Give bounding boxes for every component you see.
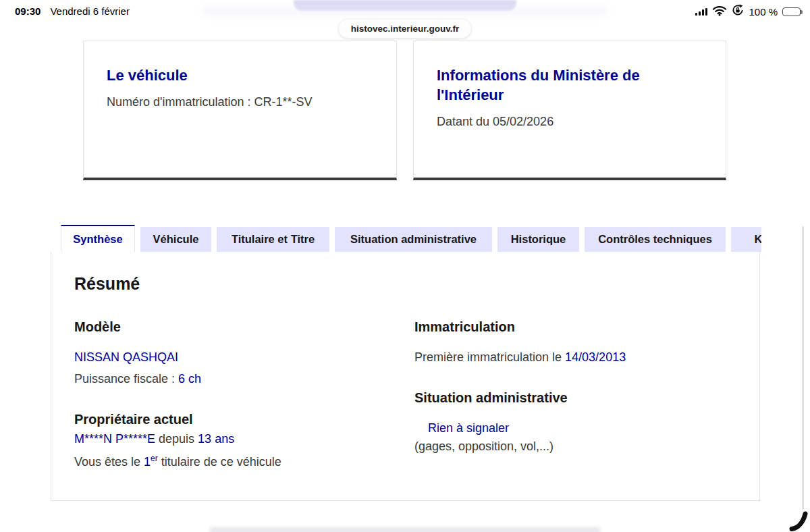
summary-right-column: Immatriculation Première immatriculation…	[414, 318, 732, 454]
owner-name: M****N P*****E	[74, 432, 155, 446]
wifi-icon	[712, 5, 727, 19]
synthese-panel: Résumé Modèle NISSAN QASHQAI Puissance f…	[51, 252, 760, 501]
vehicle-card-registration: Numéro d'immatriculation : CR-1**-SV	[107, 94, 373, 110]
vehicle-card: Le véhicule Numéro d'immatriculation : C…	[83, 41, 397, 180]
fiscal-power-line: Puissance fiscale : 6 ch	[74, 371, 392, 386]
first-registration-date: 14/03/2013	[565, 350, 626, 364]
orientation-lock-icon	[732, 4, 744, 19]
tab-situation-administrative[interactable]: Situation administrative	[335, 227, 492, 252]
vehicle-card-title: Le véhicule	[107, 65, 373, 85]
model-heading: Modèle	[74, 318, 392, 336]
summary-left-column: Modèle NISSAN QASHQAI Puissance fiscale …	[74, 318, 392, 469]
tab-strip: Synthèse Véhicule Titulaire et Titre Sit…	[51, 225, 761, 252]
ministry-card-date: Datant du 05/02/2026	[437, 113, 703, 130]
first-registration-line: Première immatriculation le 14/03/2013	[414, 350, 732, 365]
bottom-toolbar-blur	[209, 527, 601, 532]
url-bar[interactable]: histovec.interieur.gouv.fr	[339, 20, 471, 38]
corner-arc-icon	[786, 508, 810, 532]
holder-suffix: titulaire de ce véhicule	[158, 455, 281, 469]
fiscal-power-value: 6 ch	[178, 372, 201, 385]
battery-percent: 100 %	[749, 6, 778, 18]
situation-heading: Situation administrative	[414, 389, 732, 406]
holder-prefix: Vous êtes le	[74, 455, 144, 469]
owner-line: M****N P*****E depuis 13 ans	[74, 431, 392, 446]
clock: 09:30	[15, 5, 40, 17]
tab-vehicule[interactable]: Véhicule	[140, 227, 211, 252]
owner-since-label: depuis	[155, 432, 198, 446]
panel-heading: Résumé	[74, 274, 140, 294]
tab-synthese[interactable]: Synthèse	[61, 225, 135, 252]
holder-line: Vous êtes le 1er titulaire de ce véhicul…	[74, 451, 392, 469]
tab-historique[interactable]: Historique	[497, 227, 579, 252]
owner-heading: Propriétaire actuel	[74, 410, 392, 428]
cellular-signal-icon	[695, 7, 708, 16]
holder-ordinal: 1	[144, 455, 151, 469]
situation-note: (gages, opposition, vol,...)	[414, 439, 732, 454]
first-registration-label: Première immatriculation le	[414, 350, 565, 364]
model-value: NISSAN QASHQAI	[74, 350, 392, 365]
battery-icon	[782, 7, 801, 16]
tab-kilometrage[interactable]: Kil	[731, 227, 761, 252]
fiscal-power-label: Puissance fiscale :	[74, 372, 178, 385]
situation-status: Rien à signaler	[414, 421, 732, 435]
ministry-card-title: Informations du Ministère de l'Intérieur	[437, 65, 703, 105]
owner-since-value: 13 ans	[198, 432, 234, 446]
registration-heading: Immatriculation	[414, 318, 732, 336]
tab-controles-techniques[interactable]: Contrôles techniques	[585, 227, 726, 252]
toolbar-blur-halo	[202, 8, 608, 19]
holder-ordinal-suffix: er	[151, 454, 158, 463]
ministry-card: Informations du Ministère de l'Intérieur…	[413, 41, 726, 180]
tab-titulaire-et-titre[interactable]: Titulaire et Titre	[217, 227, 329, 252]
status-date: Vendredi 6 février	[50, 5, 130, 17]
page-scrollbar[interactable]	[802, 226, 804, 510]
